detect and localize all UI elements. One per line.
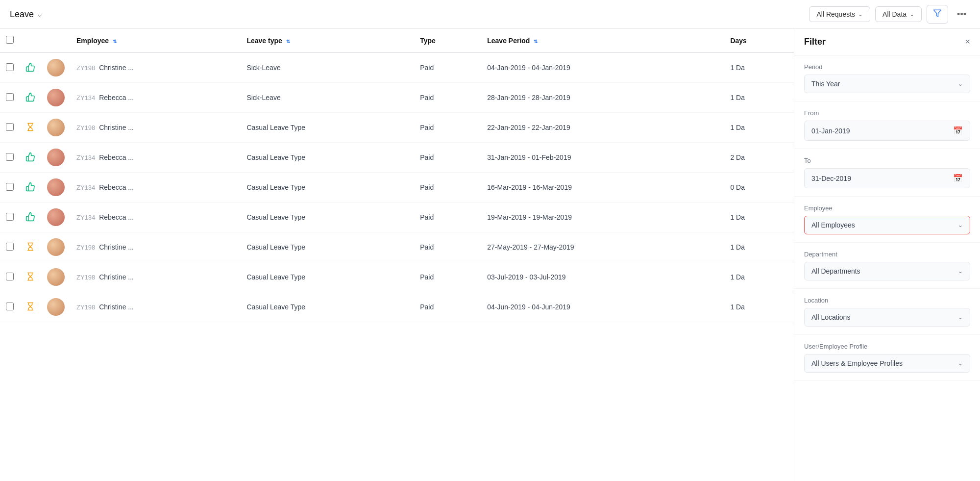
- avatar-cell: [41, 113, 71, 143]
- title-chevron-icon[interactable]: ⌵: [38, 10, 42, 18]
- leave-type-col-header[interactable]: Leave type ⇅: [241, 29, 414, 52]
- leave-period-cell: 19-Mar-2019 - 19-Mar-2019: [481, 203, 724, 232]
- select-all-checkbox[interactable]: [6, 36, 14, 44]
- status-cell: [20, 262, 41, 292]
- leave-period-cell: 31-Jan-2019 - 01-Feb-2019: [481, 143, 724, 173]
- status-cell: [20, 292, 41, 322]
- more-options-button[interactable]: •••: [953, 7, 970, 22]
- type-cell: Paid: [414, 173, 481, 203]
- pending-icon: [26, 125, 35, 133]
- row-checkbox[interactable]: [6, 243, 14, 251]
- status-cell: [20, 232, 41, 262]
- type-cell: Paid: [414, 83, 481, 113]
- employee-name: Rebecca ...: [99, 213, 134, 221]
- all-data-dropdown[interactable]: All Data ⌄: [875, 6, 922, 22]
- period-dropdown[interactable]: This Year ⌄: [804, 75, 970, 93]
- avatar-cell: [41, 143, 71, 173]
- employee-cell: ZY198 Christine ...: [71, 52, 241, 83]
- employee-dropdown[interactable]: All Employees ⌄: [804, 216, 970, 234]
- filter-panel-header: Filter ×: [794, 29, 980, 55]
- from-date-input[interactable]: 01-Jan-2019 📅: [804, 121, 970, 141]
- employee-id: ZY198: [76, 64, 95, 72]
- user-profile-dropdown[interactable]: All Users & Employee Profiles ⌄: [804, 354, 970, 373]
- employee-name: Christine ...: [99, 243, 134, 251]
- chevron-down-icon: ⌄: [958, 360, 963, 367]
- employee-name: Rebecca ...: [99, 153, 134, 161]
- leave-type-cell: Casual Leave Type: [241, 113, 414, 143]
- row-checkbox[interactable]: [6, 153, 14, 161]
- employee-col-header[interactable]: Employee ⇅: [71, 29, 241, 52]
- calendar-icon: 📅: [953, 174, 963, 183]
- table-row: ZY134 Rebecca ... Sick-Leave Paid 28-Jan…: [0, 83, 794, 113]
- row-checkbox-cell: [0, 262, 20, 292]
- sort-icon: ⇅: [113, 39, 117, 44]
- avatar: [47, 149, 65, 166]
- pending-icon: [26, 304, 35, 312]
- employee-id: ZY134: [76, 94, 95, 101]
- row-checkbox-cell: [0, 52, 20, 83]
- days-cell: 1 Da: [724, 83, 794, 113]
- row-checkbox[interactable]: [6, 273, 14, 280]
- leave-period-cell: 27-May-2019 - 27-May-2019: [481, 232, 724, 262]
- app-header: Leave ⌵ All Requests ⌄ All Data ⌄ •••: [0, 0, 980, 29]
- leave-period-col-header[interactable]: Leave Period ⇅: [481, 29, 724, 52]
- leave-type-cell: Casual Leave Type: [241, 173, 414, 203]
- employee-id: ZY134: [76, 184, 95, 191]
- leave-type-cell: Casual Leave Type: [241, 262, 414, 292]
- type-cell: Paid: [414, 292, 481, 322]
- row-checkbox[interactable]: [6, 213, 14, 221]
- employee-id: ZY198: [76, 304, 95, 311]
- table-header-row: Employee ⇅ Leave type ⇅ Type Leave Perio…: [0, 29, 794, 52]
- leave-period-cell: 28-Jan-2019 - 28-Jan-2019: [481, 83, 724, 113]
- employee-value: All Employees: [811, 221, 855, 229]
- leave-type-cell: Casual Leave Type: [241, 203, 414, 232]
- employee-cell: ZY134 Rebecca ...: [71, 203, 241, 232]
- avatar: [47, 238, 65, 256]
- status-cell: [20, 203, 41, 232]
- days-cell: 2 Da: [724, 143, 794, 173]
- row-checkbox[interactable]: [6, 303, 14, 310]
- row-checkbox[interactable]: [6, 93, 14, 101]
- department-dropdown[interactable]: All Departments ⌄: [804, 262, 970, 280]
- chevron-down-icon: ⌄: [958, 314, 963, 321]
- leave-type-cell: Casual Leave Type: [241, 292, 414, 322]
- days-cell: 1 Da: [724, 262, 794, 292]
- row-checkbox-cell: [0, 292, 20, 322]
- row-checkbox-cell: [0, 143, 20, 173]
- employee-name: Christine ...: [99, 303, 134, 311]
- sort-icon: ⇅: [286, 39, 290, 44]
- filter-user-profile-section: User/Employee Profile All Users & Employ…: [794, 335, 980, 381]
- avatar-cell: [41, 232, 71, 262]
- chevron-down-icon: ⌄: [909, 11, 914, 18]
- to-label: To: [804, 157, 970, 164]
- avatar: [47, 59, 65, 76]
- type-cell: Paid: [414, 203, 481, 232]
- approved-icon: [25, 66, 35, 74]
- type-col-header: Type: [414, 29, 481, 52]
- row-checkbox[interactable]: [6, 123, 14, 131]
- avatar-cell: [41, 52, 71, 83]
- leave-type-cell: Sick-Leave: [241, 52, 414, 83]
- all-requests-dropdown[interactable]: All Requests ⌄: [809, 6, 870, 22]
- row-checkbox-cell: [0, 232, 20, 262]
- avatar: [47, 298, 65, 316]
- to-date-input[interactable]: 31-Dec-2019 📅: [804, 168, 970, 188]
- employee-label: Employee: [804, 204, 970, 212]
- filter-button[interactable]: [927, 5, 948, 24]
- employee-id: ZY198: [76, 274, 95, 281]
- location-dropdown[interactable]: All Locations ⌄: [804, 308, 970, 327]
- days-cell: 1 Da: [724, 203, 794, 232]
- leave-period-cell: 04-Jan-2019 - 04-Jan-2019: [481, 52, 724, 83]
- days-cell: 1 Da: [724, 232, 794, 262]
- days-cell: 1 Da: [724, 292, 794, 322]
- filter-period-section: Period This Year ⌄: [794, 55, 980, 101]
- status-cell: [20, 52, 41, 83]
- filter-panel-title: Filter: [804, 37, 826, 47]
- employee-cell: ZY134 Rebecca ...: [71, 173, 241, 203]
- filter-close-button[interactable]: ×: [965, 37, 970, 47]
- row-checkbox[interactable]: [6, 183, 14, 191]
- employee-cell: ZY198 Christine ...: [71, 113, 241, 143]
- avatar-cell: [41, 173, 71, 203]
- row-checkbox[interactable]: [6, 63, 14, 71]
- avatar-cell: [41, 203, 71, 232]
